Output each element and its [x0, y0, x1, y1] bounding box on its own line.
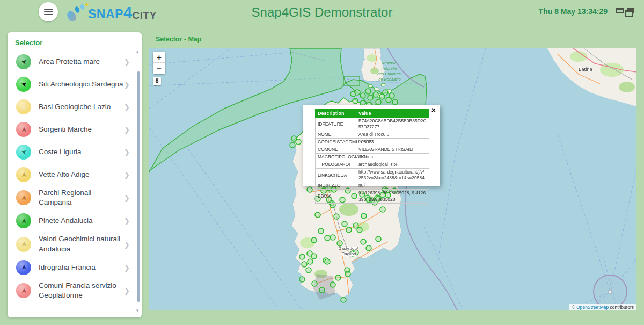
- attribute-key: CODICEISTACOMUNALE: [316, 139, 356, 146]
- layer-marker-icon: ➤: [16, 145, 31, 160]
- poi-marker[interactable]: [357, 227, 362, 233]
- poi-marker[interactable]: [335, 275, 341, 280]
- poi-marker[interactable]: [376, 99, 381, 105]
- poi-marker[interactable]: [325, 259, 330, 264]
- selector-list-item[interactable]: ➤ Basi Geologiche Lazio ❯: [8, 96, 135, 118]
- selector-list-item[interactable]: ➤ Idrografia Francia ❯: [8, 256, 135, 279]
- attribute-value: 105023: [356, 139, 429, 146]
- chevron-right-icon: ❯: [124, 81, 130, 89]
- attribute-key: MACROTIPOLOGIAPOI: [316, 154, 356, 161]
- selector-item-label: Basi Geologiche Lazio: [39, 102, 111, 112]
- selector-item-label: Comuni Francia servizio Geoplatforme: [39, 281, 123, 300]
- poi-marker[interactable]: [355, 90, 360, 95]
- datetime-display: Thu 8 May 13:34:29: [539, 7, 608, 16]
- poi-marker[interactable]: [330, 282, 335, 287]
- poi-marker[interactable]: [319, 287, 325, 293]
- latina-label: Latina: [579, 66, 593, 72]
- selector-panel-title: Selector: [8, 32, 142, 49]
- selector-list-item[interactable]: ➤ Area Protetta mare ❯: [8, 50, 135, 73]
- poi-marker[interactable]: [361, 213, 367, 219]
- cagliari-label: Casteddu/ Cagliari: [339, 246, 360, 256]
- table-row: NOMEArea di Troculu: [316, 131, 429, 139]
- scrollbar-thumb[interactable]: [137, 71, 140, 302]
- selector-list-item[interactable]: ➤ Comuni Francia servizio Geoplatforme ❯: [8, 279, 135, 302]
- poi-marker[interactable]: [365, 89, 371, 94]
- poi-marker[interactable]: [307, 187, 312, 192]
- poi-marker[interactable]: [296, 139, 301, 145]
- poi-marker[interactable]: [341, 297, 346, 302]
- poi-marker[interactable]: [360, 93, 365, 98]
- selector-list-item[interactable]: ➤ Siti Archeologici Sardegna ❯: [8, 73, 135, 96]
- up-arrow-icon: ➤: [20, 104, 27, 110]
- poi-marker[interactable]: [334, 214, 339, 219]
- navigation-arrow-icon: ➤: [20, 57, 27, 66]
- poi-marker[interactable]: [325, 235, 330, 241]
- chevron-right-icon: ❯: [124, 217, 130, 225]
- poi-marker[interactable]: [290, 142, 295, 148]
- zoom-out-button[interactable]: −: [153, 63, 165, 74]
- windows-stacked-icon[interactable]: [627, 8, 634, 13]
- poi-marker[interactable]: [345, 271, 350, 277]
- selector-list-item[interactable]: ➤ Coste Liguria ❯: [8, 141, 135, 163]
- osm-link[interactable]: OpenStreetMap: [576, 305, 609, 310]
- attribute-key: BBOX: [316, 190, 356, 203]
- poi-marker[interactable]: [383, 90, 388, 95]
- poi-marker[interactable]: [368, 95, 373, 100]
- chevron-right-icon: ❯: [124, 103, 130, 111]
- poi-marker[interactable]: [380, 207, 385, 212]
- selector-list-item[interactable]: ➤ Valori Geochimici naturali Andalucia ❯: [8, 232, 135, 256]
- poi-marker[interactable]: [299, 277, 305, 282]
- app-header: ✦ SNAP4CITY Snap4GIS Demonstrator Thu 8 …: [0, 0, 644, 25]
- poi-marker[interactable]: [353, 98, 358, 104]
- selector-list: ➤ Area Protetta mare ❯ ➤ Siti Archeologi…: [8, 50, 135, 310]
- chevron-right-icon: ❯: [124, 240, 130, 248]
- poi-marker[interactable]: [361, 239, 366, 244]
- window-icon[interactable]: [616, 8, 624, 13]
- poi-marker[interactable]: [306, 268, 311, 273]
- up-arrow-icon: ➤: [20, 264, 27, 270]
- attribute-key: COMUNE: [316, 146, 356, 154]
- selector-list-item[interactable]: ➤ Pinete Andalucia ❯: [8, 210, 135, 232]
- poi-marker[interactable]: [373, 92, 378, 97]
- poi-marker[interactable]: [312, 281, 317, 286]
- poi-marker[interactable]: [342, 221, 347, 227]
- map-zoom-controls: + −: [153, 52, 165, 74]
- poi-marker[interactable]: [337, 241, 342, 246]
- popup-close-button[interactable]: ×: [431, 106, 436, 114]
- selector-item-label: Pinete Andalucia: [39, 216, 93, 226]
- scroll-down-icon[interactable]: ▼: [135, 308, 140, 313]
- selector-list-item[interactable]: ➤ Sorgenti Marche ❯: [8, 118, 135, 141]
- poi-marker[interactable]: [315, 212, 320, 218]
- layer-marker-icon: ➤: [16, 260, 31, 275]
- attribute-value: null: [356, 182, 429, 190]
- poi-marker[interactable]: [308, 259, 313, 264]
- attribute-key: TIPOLOGIAPOI: [316, 161, 356, 169]
- poi-marker[interactable]: [302, 262, 307, 267]
- selector-panel: Selector ▲ ➤ Area Protetta mare ❯ ➤ Siti…: [8, 32, 142, 317]
- selector-item-label: Coste Liguria: [39, 147, 82, 157]
- poi-marker[interactable]: [311, 237, 317, 243]
- attribute-key: NOME: [316, 131, 356, 139]
- scroll-up-icon[interactable]: ▲: [135, 49, 140, 54]
- feature-attributes-table: Description Value IDFEATUREE74A20C8ABDB4…: [315, 109, 429, 204]
- chevron-right-icon: ❯: [124, 194, 130, 202]
- table-row: BBOX9.4126398, 39.98835028, 9.4126398, 3…: [316, 190, 429, 203]
- layer-marker-icon: ➤: [16, 283, 31, 298]
- poi-marker[interactable]: [299, 254, 305, 259]
- selector-list-item[interactable]: ➤ Vette Alto Adige ❯: [8, 163, 135, 186]
- poi-marker[interactable]: [318, 228, 324, 234]
- zoom-in-button[interactable]: +: [153, 52, 165, 63]
- poi-marker[interactable]: [376, 236, 381, 242]
- table-header-value: Value: [356, 110, 429, 118]
- poi-marker[interactable]: [366, 245, 371, 251]
- selector-list-item[interactable]: ➤ Parchi Regionali Campania ❯: [8, 186, 135, 210]
- up-arrow-icon: ➤: [20, 218, 27, 224]
- poi-marker[interactable]: [392, 99, 398, 105]
- attribute-key: LINKSCHEDA: [316, 169, 356, 182]
- poi-marker[interactable]: [346, 227, 352, 233]
- map-attribution: © OpenStreetMap contributors: [569, 304, 636, 310]
- poi-marker[interactable]: [330, 235, 335, 240]
- poi-marker[interactable]: [311, 254, 317, 259]
- selector-item-label: Parchi Regionali Campania: [39, 188, 123, 207]
- poi-marker[interactable]: [389, 93, 394, 98]
